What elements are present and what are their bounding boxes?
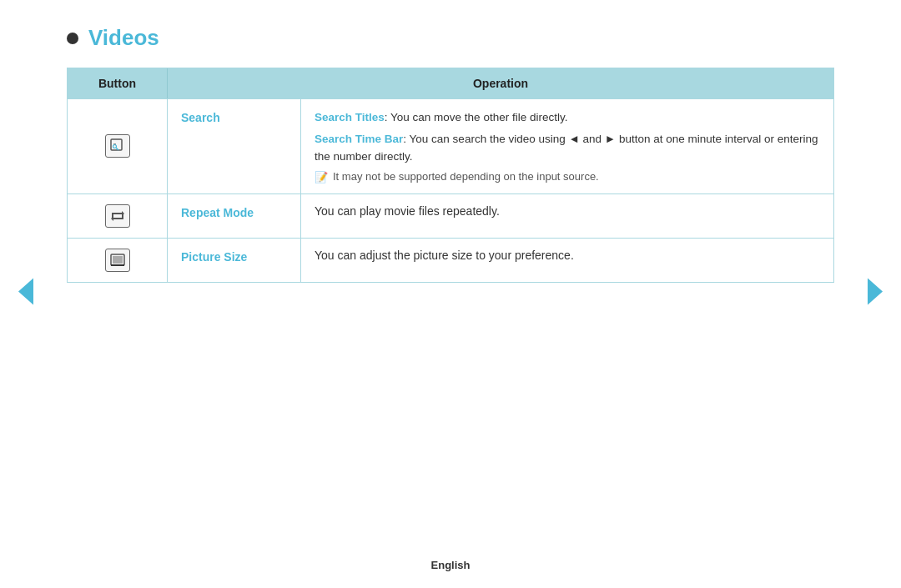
note-icon: 📝 xyxy=(315,171,328,183)
right-arrow-icon xyxy=(866,276,884,306)
svg-marker-8 xyxy=(868,278,883,304)
picture-size-operation-cell: You can adjust the picture size to your … xyxy=(301,239,833,282)
picture-size-icon xyxy=(110,254,125,267)
nav-right-button[interactable] xyxy=(866,276,884,312)
repeat-button-cell xyxy=(68,194,168,238)
search-content: Search Search Titles: You can move the o… xyxy=(168,99,833,193)
search-titles-text: : You can move the other file directly. xyxy=(385,111,568,123)
table-row-picture-size: Picture Size You can adjust the picture … xyxy=(68,238,833,282)
search-feature-name: Search xyxy=(181,111,220,124)
search-feature-name-cell: Search xyxy=(168,99,301,193)
svg-rect-5 xyxy=(113,256,123,264)
repeat-feature-name: Repeat Mode xyxy=(181,206,254,219)
search-op-line-1: Search Titles: You can move the other fi… xyxy=(315,109,820,126)
operation-column-header: Operation xyxy=(168,68,833,98)
repeat-mode-icon xyxy=(110,209,125,223)
left-arrow-icon xyxy=(17,276,35,306)
search-op-line-2: Search Time Bar: You can search the vide… xyxy=(315,131,820,165)
search-note-text: It may not be supported depending on the… xyxy=(333,170,599,183)
repeat-operation-cell: You can play movie files repeatedly. xyxy=(301,194,833,238)
picture-size-icon-box xyxy=(105,249,130,272)
search-note: 📝 It may not be supported depending on t… xyxy=(315,170,820,183)
search-icon-box xyxy=(105,134,130,158)
page-content: Videos Button Operation xyxy=(0,0,901,283)
button-column-header: Button xyxy=(68,68,168,98)
bullet-icon xyxy=(67,33,78,44)
picture-size-feature-name: Picture Size xyxy=(181,250,247,264)
table-row-repeat: Repeat Mode You can play movie files rep… xyxy=(68,193,833,238)
picture-size-button-cell xyxy=(68,239,168,282)
search-operation-cell: Search Titles: You can move the other fi… xyxy=(301,99,833,193)
search-time-bar-label: Search Time Bar xyxy=(315,133,403,145)
main-table: Button Operation Search xyxy=(67,68,834,283)
repeat-feature-name-cell: Repeat Mode xyxy=(168,194,301,238)
svg-point-2 xyxy=(113,145,116,148)
repeat-icon-box xyxy=(105,204,130,228)
search-button-cell xyxy=(68,99,168,193)
table-header-row: Button Operation xyxy=(68,68,833,98)
nav-left-button[interactable] xyxy=(17,276,35,312)
footer-language: English xyxy=(431,559,471,571)
svg-marker-7 xyxy=(18,278,33,304)
page-footer: English xyxy=(0,559,901,571)
picture-size-feature-name-cell: Picture Size xyxy=(168,239,301,282)
search-icon xyxy=(110,138,125,153)
picture-size-operation-text: You can adjust the picture size to your … xyxy=(315,249,574,262)
search-titles-label: Search Titles xyxy=(315,111,385,123)
repeat-operation-text: You can play movie files repeatedly. xyxy=(315,204,500,218)
title-row: Videos xyxy=(67,25,834,51)
table-row-search: Search Search Titles: You can move the o… xyxy=(68,98,833,193)
page-title: Videos xyxy=(88,25,159,51)
